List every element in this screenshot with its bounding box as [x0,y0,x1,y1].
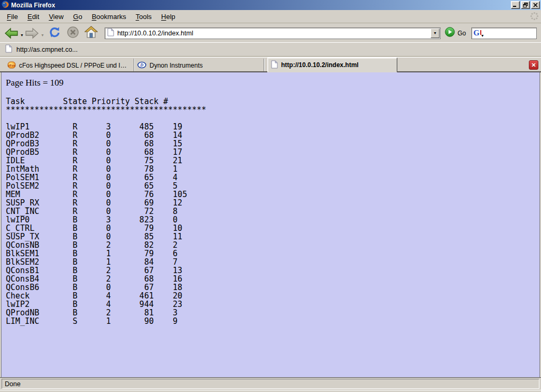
stop-icon [67,26,79,39]
menu-item-file[interactable]: File [2,11,23,22]
throbber-icon [530,12,539,22]
menu-item-help[interactable]: Help [156,11,180,22]
address-input[interactable] [116,29,431,38]
back-dropdown-icon[interactable]: ▼ [20,33,24,37]
page-content: Page Hits = 109 Task State Priority Stac… [1,72,540,377]
forward-dropdown-icon[interactable]: ▼ [41,33,44,37]
bookmark-label: http://as.cmpnet.co... [16,46,78,53]
menu-item-view[interactable]: View [44,11,68,22]
search-dropdown-icon[interactable]: ▼ [481,34,484,38]
task-table: Task State Priority Stack # ************… [6,97,535,325]
svg-text:D: D [140,63,144,68]
page-icon [107,28,114,39]
tab-label: Dynon Instruments [150,62,203,69]
menu-item-edit[interactable]: Edit [23,11,44,22]
address-bar[interactable]: ▼ [105,27,441,39]
go-icon [445,27,455,37]
menu-bar: FileEditViewGoBookmarksToolsHelp [0,10,541,23]
address-dropdown-icon[interactable]: ▼ [431,29,440,38]
tab-close-button[interactable]: ✕ [529,60,538,70]
google-icon: G [473,29,480,37]
menu-item-tools[interactable]: Tools [131,11,156,22]
dynon-icon: D [137,61,146,70]
close-button[interactable] [531,1,540,9]
go-button[interactable] [445,27,455,39]
svg-text:cFos: cFos [8,63,16,67]
tab-label: cFos Highspeed DSL / PPPoE und ISDN CAP.… [19,62,130,69]
forward-button[interactable] [25,27,39,39]
status-text: Done [2,379,539,389]
restore-button[interactable] [521,1,530,9]
menu-item-go[interactable]: Go [68,11,87,22]
search-box[interactable]: G ▼ [471,27,537,39]
page-hits-text: Page Hits = 109 [6,78,535,88]
window-title: Mozilla Firefox [11,2,511,9]
bookmarks-bar: http://as.cmpnet.co... [0,42,541,57]
go-label[interactable]: Go [458,30,466,37]
reload-icon [48,26,61,39]
menu-bar-items: FileEditViewGoBookmarksToolsHelp [2,11,180,22]
menu-item-bookmarks[interactable]: Bookmarks [87,11,131,22]
forward-icon [25,27,39,39]
back-icon [4,27,18,39]
page-icon [5,44,12,54]
tab-cfos[interactable]: cFos cFos Highspeed DSL / PPPoE und ISDN… [4,59,134,72]
back-button[interactable] [4,27,18,39]
title-bar: Mozilla Firefox [0,0,541,10]
page-icon [271,60,278,70]
stop-button[interactable] [67,26,79,41]
cfos-icon: cFos [7,61,16,71]
tab-bar: cFos cFos Highspeed DSL / PPPoE und ISDN… [0,57,541,72]
tab-dynon[interactable]: D Dynon Instruments [134,59,264,72]
home-icon [85,26,98,38]
reload-button[interactable] [48,26,61,41]
tab-label: http://10.0.10.2/index.html [281,61,359,69]
status-bar: Done [0,377,541,390]
tab-current-page[interactable]: http://10.0.10.2/index.html [267,58,397,72]
minimize-button[interactable] [511,1,520,9]
window-bottom-edge [0,390,541,392]
search-input[interactable] [486,29,535,38]
navigation-toolbar: ▼ ▼ [0,24,541,42]
firefox-icon [2,1,9,10]
home-button[interactable] [85,26,98,40]
browser-window: Mozilla Firefox FileEditViewGoBookmarksT… [0,0,541,392]
bookmark-item[interactable]: http://as.cmpnet.co... [5,44,78,54]
